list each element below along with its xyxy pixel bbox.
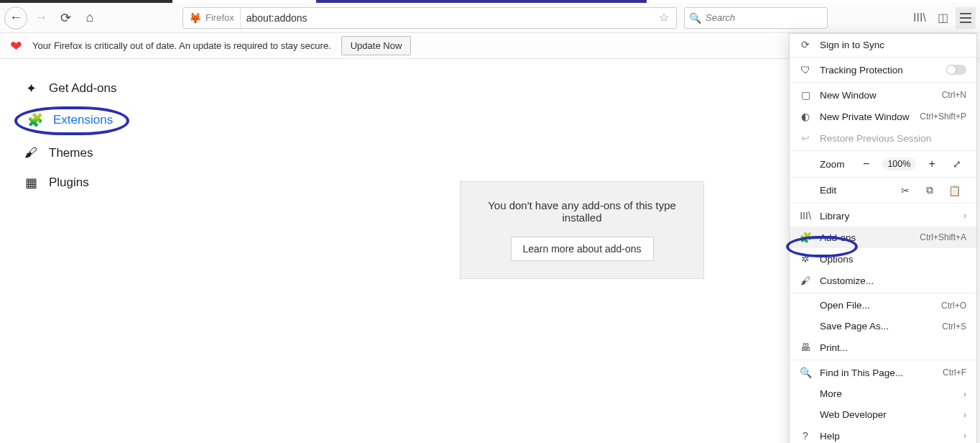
gear-icon: ✲	[800, 253, 811, 265]
zoom-out-button[interactable]: −	[857, 157, 875, 170]
sidebar-item-plugins[interactable]: ▦ Plugins	[7, 168, 180, 198]
search-input[interactable]	[706, 12, 827, 23]
menu-options[interactable]: ✲ Options	[790, 248, 976, 270]
sidebar-item-label: Themes	[49, 146, 93, 160]
get-addons-icon: ✦	[23, 81, 39, 96]
home-button[interactable]: ⌂	[79, 7, 101, 29]
firefox-icon: 🦊	[189, 12, 201, 24]
brush-icon: 🖌	[23, 145, 39, 160]
mask-icon: ◐	[800, 111, 811, 122]
plugin-icon: ▦	[23, 175, 39, 191]
menu-library[interactable]: III\ Library ›	[790, 205, 976, 227]
menu-save-as[interactable]: Save Page As... Ctrl+S	[790, 316, 976, 337]
warning-message: Your Firefox is critically out of date. …	[32, 40, 331, 51]
sidebar-item-get-addons[interactable]: ✦ Get Add-ons	[7, 73, 180, 104]
library-icon[interactable]: III\	[910, 8, 930, 28]
reload-button[interactable]: ⟳	[55, 7, 76, 29]
forward-button: →	[30, 7, 52, 29]
url-bar[interactable]: 🦊 Firefox ☆	[182, 7, 677, 29]
heartbeat-icon: ❤	[10, 37, 22, 55]
menu-tracking-protection[interactable]: 🛡 Tracking Protection	[790, 59, 976, 81]
puzzle-icon: 🧩	[27, 112, 43, 128]
zoom-in-button[interactable]: +	[923, 157, 941, 170]
empty-addons-message: You don't have any add-ons of this type …	[460, 181, 704, 279]
sidebar-item-themes[interactable]: 🖌 Themes	[7, 138, 180, 168]
tracking-toggle[interactable]	[946, 65, 966, 75]
fullscreen-button[interactable]: ⤢	[948, 158, 966, 170]
chevron-right-icon: ›	[963, 431, 966, 441]
chevron-right-icon: ›	[963, 211, 966, 221]
brush-icon: 🖌	[800, 275, 811, 286]
sidebar-icon[interactable]: ◫	[933, 8, 953, 28]
url-input[interactable]	[241, 12, 652, 24]
sidebar-item-label: Plugins	[49, 175, 89, 190]
sidebar-item-extensions[interactable]: 🧩 Extensions	[14, 106, 129, 135]
paste-button[interactable]: 📋	[942, 185, 966, 196]
navigation-toolbar: ← → ⟳ ⌂ 🦊 Firefox ☆ 🔍 III\ ◫	[0, 3, 980, 33]
library-icon: III\	[800, 210, 811, 221]
menu-customize[interactable]: 🖌 Customize...	[790, 270, 976, 291]
zoom-label: Zoom	[800, 159, 843, 170]
sidebar-item-label: Get Add-ons	[49, 81, 117, 96]
menu-new-private-window[interactable]: ◐ New Private Window Ctrl+Shift+P	[790, 106, 976, 127]
window-icon: ▢	[800, 89, 811, 101]
print-icon: 🖶	[800, 342, 811, 353]
chevron-right-icon: ›	[963, 410, 966, 420]
app-menu-button[interactable]	[956, 7, 976, 29]
sidebar-item-label: Extensions	[53, 113, 113, 127]
identity-label: Firefox	[205, 12, 234, 23]
menu-print[interactable]: 🖶 Print...	[790, 337, 976, 358]
search-bar[interactable]: 🔍	[684, 7, 828, 29]
back-button[interactable]: ←	[4, 6, 27, 29]
menu-addons[interactable]: 🧩 Add-ons Ctrl+Shift+A	[790, 227, 976, 248]
empty-text: You don't have any add-ons of this type …	[472, 199, 692, 224]
sync-icon: ⟳	[800, 39, 811, 50]
menu-find[interactable]: 🔍 Find in This Page... Ctrl+F	[790, 362, 976, 383]
menu-edit-row: Edit ✂ ⧉ 📋	[790, 179, 976, 201]
menu-more[interactable]: More ›	[790, 383, 976, 404]
addons-sidebar: ✦ Get Add-ons 🧩 Extensions 🖌 Themes ▦ Pl…	[0, 59, 187, 443]
help-icon: ?	[800, 430, 811, 442]
chevron-right-icon: ›	[963, 389, 966, 399]
menu-new-window[interactable]: ▢ New Window Ctrl+N	[790, 84, 976, 106]
menu-help[interactable]: ? Help ›	[790, 425, 976, 443]
menu-web-developer[interactable]: Web Developer ›	[790, 404, 976, 425]
puzzle-icon: 🧩	[800, 232, 811, 243]
menu-sign-in[interactable]: ⟳ Sign in to Sync	[790, 34, 976, 55]
copy-button[interactable]: ⧉	[917, 184, 942, 196]
search-icon: 🔍	[689, 12, 701, 24]
app-menu-panel: ⟳ Sign in to Sync 🛡 Tracking Protection …	[789, 33, 977, 443]
search-icon: 🔍	[800, 367, 811, 378]
learn-more-button[interactable]: Learn more about add-ons	[511, 237, 654, 261]
menu-restore-session: ↩ Restore Previous Session	[790, 127, 976, 149]
update-now-button[interactable]: Update Now	[341, 36, 412, 55]
menu-zoom-row: Zoom − 100% + ⤢	[790, 152, 976, 175]
cut-button[interactable]: ✂	[893, 185, 917, 196]
shield-icon: 🛡	[800, 64, 811, 76]
zoom-value[interactable]: 100%	[882, 157, 915, 170]
menu-open-file[interactable]: Open File... Ctrl+O	[790, 295, 976, 316]
bookmark-star-icon[interactable]: ☆	[652, 11, 676, 24]
identity-box[interactable]: 🦊 Firefox	[183, 8, 241, 28]
restore-icon: ↩	[800, 132, 811, 144]
edit-label: Edit	[800, 185, 893, 196]
